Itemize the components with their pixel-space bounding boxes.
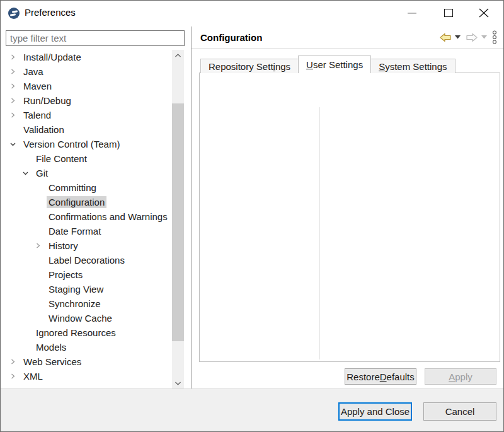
scroll-down-icon[interactable] [172,378,184,388]
chevron-down-icon[interactable] [10,141,21,147]
tree-item-maven[interactable]: Maven [1,79,171,93]
tab-user-settings[interactable]: User Settings [298,55,371,73]
forward-icon [466,30,478,45]
tree-item-label: Git [34,167,50,179]
tree-item-window-cache[interactable]: Window Cache [1,311,171,325]
tree-item-java[interactable]: Java [1,64,171,79]
tree-item-synchronize[interactable]: Synchronize [1,296,171,311]
tree-item-label: Talend [21,109,53,121]
chevron-right-icon[interactable] [10,69,21,74]
chevron-right-icon[interactable] [10,98,21,103]
chevron-right-icon[interactable] [10,54,21,60]
scrollbar-thumb[interactable] [172,103,184,341]
tree-item-label: Java [21,66,45,78]
tree-item-label: Ignored Resources [34,327,118,339]
tree-item-committing[interactable]: Committing [1,180,171,195]
tree-item-file-content[interactable]: File Content [1,151,171,166]
tree-item-label: XML [21,370,45,382]
chevron-right-icon[interactable] [10,112,21,118]
tree-item-label: Window Cache [47,312,114,324]
tree-item-label: Date Format [47,225,103,237]
sidebar-scrollbar[interactable] [172,50,184,388]
preferences-tree: Install/UpdateJavaMavenRun/DebugTalendVa… [1,50,171,388]
forward-dropdown-icon [481,30,487,45]
page-nav [438,30,501,45]
tree-item-label: Projects [47,269,84,281]
tree-item-label: Confirmations and Warnings [47,211,169,223]
chevron-right-icon[interactable] [10,373,21,379]
apply-button: Apply [425,368,496,385]
tree-item-web-services[interactable]: Web Services [1,354,171,369]
tree-item-projects[interactable]: Projects [1,267,171,282]
tree-item-label: Install/Update [21,51,83,63]
tree-item-label: Maven [21,80,54,92]
tree-item-label: History [47,240,80,252]
settings-tabbar: Repository Settings User Settings System… [200,56,455,73]
tab-content-panel [199,73,500,362]
cancel-button[interactable]: Cancel [423,402,496,421]
tree-item-label: Models [34,341,68,353]
column-divider[interactable] [319,107,320,359]
tab-system-settings[interactable]: System Settings [370,59,455,73]
page-title: Configuration [200,32,262,43]
tree-item-configuration[interactable]: Configuration [1,195,171,209]
tree-item-git[interactable]: Git [1,166,171,180]
tab-repository-settings[interactable]: Repository Settings [200,59,299,73]
chevron-right-icon[interactable] [35,243,47,248]
back-dropdown-icon[interactable] [455,30,461,45]
minimize-icon [408,13,416,14]
window-title: Preferences [25,7,76,18]
tree-item-run-debug[interactable]: Run/Debug [1,93,171,108]
tree-item-label: Label Decorations [47,254,127,266]
chevron-right-icon[interactable] [10,359,21,365]
tree-item-validation[interactable]: Validation [1,122,171,137]
maximize-icon[interactable] [444,9,453,17]
header-divider [192,49,503,49]
tree-item-talend[interactable]: Talend [1,108,171,122]
preferences-dialog: Preferences Install/UpdateJavaMavenRun/D… [0,0,504,432]
filter-input[interactable] [6,30,185,46]
tree-item-xml[interactable]: XML [1,369,171,383]
panel-divider [191,26,192,388]
tree-item-label: Version Control (Team) [21,138,122,150]
tree-item-label: Synchronize [47,298,103,310]
tree-item-label: Staging View [47,283,105,295]
tree-item-label: File Content [34,153,89,165]
tree-item-install-update[interactable]: Install/Update [1,50,171,64]
tree-item-label: Web Services [21,356,83,368]
close-icon[interactable] [479,8,489,18]
titlebar: Preferences [1,1,503,26]
back-icon[interactable] [439,30,452,45]
tree-item-label: Committing [47,182,98,194]
apply-and-close-button[interactable]: Apply and Close [338,402,412,421]
restore-defaults-button[interactable]: Restore Defaults [345,368,416,385]
tree-item-label: Configuration [47,196,106,208]
app-icon [8,8,20,19]
tree-item-confirmations-and-warnings[interactable]: Confirmations and Warnings [1,209,171,224]
view-menu-icon[interactable] [492,30,497,45]
tree-item-models[interactable]: Models [1,340,171,354]
tree-item-staging-view[interactable]: Staging View [1,282,171,296]
tree-item-date-format[interactable]: Date Format [1,224,171,238]
chevron-right-icon[interactable] [10,83,21,89]
tree-item-label: Validation [21,124,66,136]
tree-item-ignored-resources[interactable]: Ignored Resources [1,325,171,340]
scroll-up-icon[interactable] [172,50,184,61]
tree-item-label-decorations[interactable]: Label Decorations [1,253,171,267]
tree-item-version-control-team[interactable]: Version Control (Team) [1,137,171,151]
chevron-down-icon[interactable] [23,170,34,176]
tree-item-label: Run/Debug [21,95,73,107]
tree-item-history[interactable]: History [1,238,171,253]
